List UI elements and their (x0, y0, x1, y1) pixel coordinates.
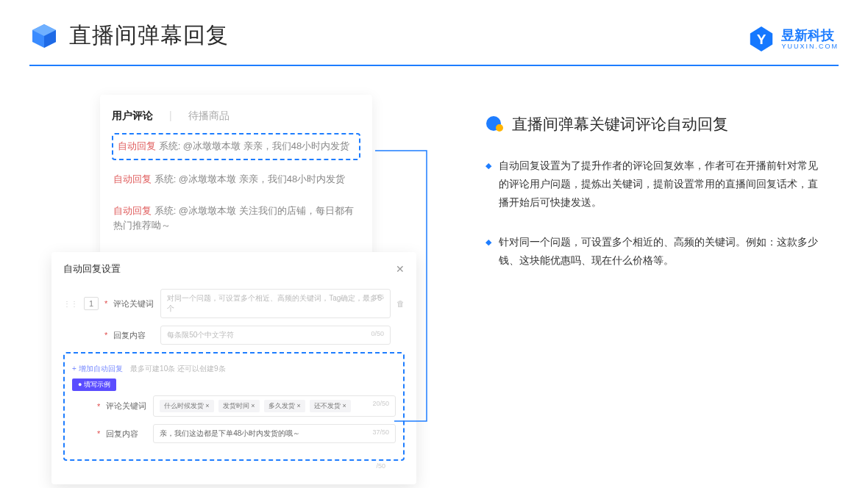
bullet-item: ◆ 针对同一个问题，可设置多个相近的、高频的关键词。例如：这款多少钱、这块能优惠… (485, 233, 839, 270)
tag-chip[interactable]: 还不发货× (310, 400, 350, 412)
svg-text:Y: Y (757, 32, 766, 47)
comment-tabs: 用户评论 | 待播商品 (112, 110, 360, 123)
brand-name: 昱新科技 (781, 29, 839, 42)
bullet-text-2: 针对同一个问题，可设置多个相近的、高频的关键词。例如：这款多少钱、这块能优惠吗、… (499, 233, 824, 270)
cube-icon (29, 21, 59, 51)
settings-title: 自动回复设置 (63, 262, 121, 276)
ex-content-counter: 37/50 (372, 428, 389, 436)
comment-row-highlighted: 自动回复 系统: @冰墩墩本墩 亲亲，我们48小时内发货 (112, 133, 360, 160)
example-content-input[interactable]: 亲，我们这边都是下单48小时内发货的哦～ 37/50 (153, 424, 396, 443)
comment-text-2: 系统: @冰墩墩本墩 亲亲，我们48小时内发货 (154, 173, 346, 184)
delete-icon[interactable]: 🗑 (396, 299, 405, 308)
mockup-panel: 用户评论 | 待播商品 自动回复 系统: @冰墩墩本墩 亲亲，我们48小时内发货… (51, 95, 434, 290)
example-keyword-row: * 评论关键词 什么时候发货× 发货时间× 多久发货× 还不发货× 20/50 (72, 395, 396, 417)
keyword-row: ⋮⋮ 1 * 评论关键词 对同一个问题，可设置多个相近、高频的关键词，Tag确定… (63, 289, 405, 318)
required-star: * (104, 299, 107, 308)
section-bullet-icon (485, 115, 505, 134)
bullet-text-1: 自动回复设置为了提升作者的评论回复效率，作者可在开播前针对常见的评论用户问题，提… (499, 157, 824, 212)
ex-keyword-counter: 20/50 (372, 400, 389, 407)
auto-reply-tag: 自动回复 (113, 173, 152, 184)
comments-card: 用户评论 | 待播商品 自动回复 系统: @冰墩墩本墩 亲亲，我们48小时内发货… (100, 95, 372, 259)
header-divider (29, 65, 839, 66)
add-hint: 最多可建10条 还可以创建9条 (130, 365, 225, 373)
keyword-counter: 0/5 (374, 293, 384, 301)
content-input[interactable]: 每条限50个中文字符 0/50 (160, 326, 391, 345)
required-star: * (104, 331, 107, 340)
bullet-item: ◆ 自动回复设置为了提升作者的评论回复效率，作者可在开播前针对常见的评论用户问题… (485, 157, 839, 212)
brand-url: YUUXIN.COM (781, 43, 839, 50)
diamond-icon: ◆ (485, 233, 491, 270)
brand-icon: Y (747, 25, 775, 53)
comment-row: 自动回复 系统: @冰墩墩本墩 关注我们的店铺，每日都有热门推荐呦～ (112, 199, 360, 239)
keyword-label: 评论关键词 (113, 298, 154, 309)
example-keyword-input[interactable]: 什么时候发货× 发货时间× 多久发货× 还不发货× 20/50 (153, 395, 396, 417)
tag-chip[interactable]: 什么时候发货× (160, 400, 213, 412)
add-auto-reply-link[interactable]: + 增加自动回复 (72, 365, 123, 373)
comment-row: 自动回复 系统: @冰墩墩本墩 亲亲，我们48小时内发货 (112, 168, 360, 192)
drag-handle-icon[interactable]: ⋮⋮ (63, 300, 78, 308)
tab-separator: | (169, 110, 172, 123)
auto-reply-tag: 自动回复 (118, 140, 156, 151)
ex-keyword-label: 评论关键词 (106, 401, 147, 412)
auto-reply-tag: 自动回复 (113, 205, 152, 216)
section-title: 直播间弹幕关键词评论自动回复 (512, 114, 728, 134)
order-number: 1 (84, 297, 99, 310)
required-star: * (97, 402, 100, 411)
example-highlight-box: + 增加自动回复 最多可建10条 还可以创建9条 ● 填写示例 * 评论关键词 … (63, 352, 405, 461)
close-icon[interactable]: ✕ (396, 263, 405, 275)
outer-counter: /50 (63, 462, 405, 470)
brand-logo: Y 昱新科技 YUUXIN.COM (747, 25, 839, 53)
auto-reply-settings-card: 自动回复设置 ✕ ⋮⋮ 1 * 评论关键词 对同一个问题，可设置多个相近、高频的… (51, 252, 416, 484)
content-label: 回复内容 (113, 330, 154, 341)
page-header: 直播间弹幕回复 Y 昱新科技 YUUXIN.COM (0, 0, 868, 51)
tag-chip[interactable]: 发货时间× (218, 400, 259, 412)
tab-pending-goods[interactable]: 待播商品 (188, 110, 230, 123)
diamond-icon: ◆ (485, 157, 491, 212)
svg-point-5 (496, 124, 503, 132)
page-title: 直播间弹幕回复 (69, 21, 229, 51)
comment-text-1: 系统: @冰墩墩本墩 亲亲，我们48小时内发货 (159, 140, 350, 151)
tab-user-comments[interactable]: 用户评论 (112, 110, 153, 123)
required-star: * (97, 429, 100, 438)
ex-content-label: 回复内容 (106, 428, 147, 439)
description-panel: 直播间弹幕关键词评论自动回复 ◆ 自动回复设置为了提升作者的评论回复效率，作者可… (434, 95, 839, 290)
tag-chip[interactable]: 多久发货× (264, 400, 305, 412)
example-content-row: * 回复内容 亲，我们这边都是下单48小时内发货的哦～ 37/50 (72, 424, 396, 443)
content-counter: 0/50 (371, 330, 384, 337)
example-badge: ● 填写示例 (72, 378, 116, 391)
keyword-input[interactable]: 对同一个问题，可设置多个相近、高频的关键词，Tag确定，最多5个 0/5 (160, 289, 391, 318)
content-row: * 回复内容 每条限50个中文字符 0/50 (63, 326, 405, 345)
